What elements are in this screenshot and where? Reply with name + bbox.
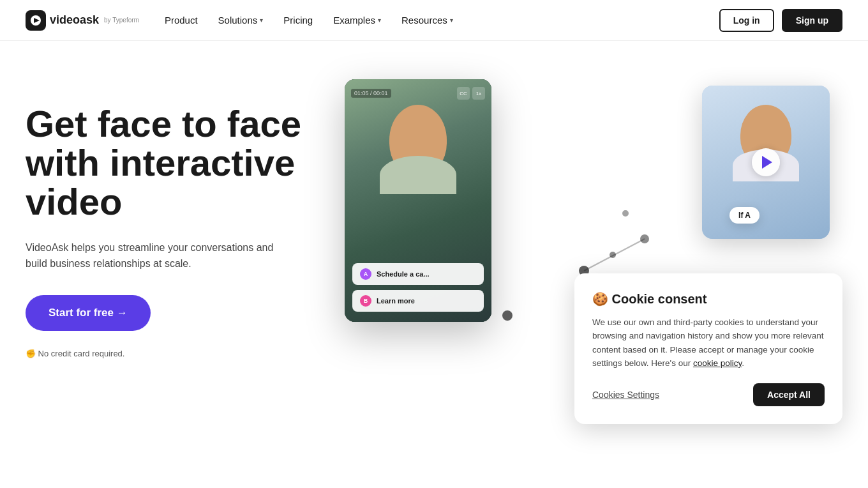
login-button[interactable]: Log in xyxy=(719,9,774,32)
choice-button-b[interactable]: B Learn more xyxy=(352,290,484,312)
nav-link-resources[interactable]: Resources ▾ xyxy=(401,15,453,26)
cookie-policy-link[interactable]: cookie policy xyxy=(693,358,742,368)
nav-link-examples[interactable]: Examples ▾ xyxy=(333,15,381,26)
nav-item-product[interactable]: Product xyxy=(165,15,198,26)
choice-letter-a: A xyxy=(360,268,371,280)
nav-item-pricing[interactable]: Pricing xyxy=(283,15,313,26)
nav-item-examples[interactable]: Examples ▾ xyxy=(333,15,381,26)
svg-point-6 xyxy=(610,252,616,258)
face-silhouette xyxy=(389,105,447,175)
choice-letter-b: B xyxy=(360,295,371,307)
hero-title: Get face to face with interactive video xyxy=(26,105,306,222)
video-card-secondary xyxy=(702,86,830,239)
nav-link-solutions[interactable]: Solutions ▾ xyxy=(218,15,264,26)
video-secondary-inner xyxy=(702,86,830,239)
accept-all-button[interactable]: Accept All xyxy=(753,383,825,406)
choice-buttons: A Schedule a ca... B Learn more xyxy=(345,263,491,312)
logo-by-text: by Typeform xyxy=(104,17,139,24)
signup-button[interactable]: Sign up xyxy=(782,9,842,32)
logo-icon xyxy=(26,10,46,31)
nav-item-resources[interactable]: Resources ▾ xyxy=(401,15,453,26)
cookie-settings-button[interactable]: Cookies Settings xyxy=(592,390,659,400)
cookie-title: 🍪 Cookie consent xyxy=(592,291,825,307)
hero-visual: 01:05 / 00:01 CC 1x A Schedule a ca... B… xyxy=(306,79,842,450)
svg-point-7 xyxy=(640,234,649,243)
svg-point-8 xyxy=(622,210,629,217)
play-button[interactable] xyxy=(752,148,780,176)
nav-links: Product Solutions ▾ Pricing Examples ▾ xyxy=(165,15,453,26)
choice-button-a[interactable]: A Schedule a ca... xyxy=(352,263,484,285)
nav-left: videoask by Typeform Product Solutions ▾… xyxy=(26,10,453,31)
if-a-badge: If A xyxy=(730,207,760,224)
chevron-down-icon: ▾ xyxy=(450,17,453,24)
logo-link[interactable]: videoask by Typeform xyxy=(26,10,139,31)
play-icon xyxy=(762,156,772,169)
nav-link-product[interactable]: Product xyxy=(165,15,198,26)
video-controls: 01:05 / 00:01 CC 1x xyxy=(345,87,491,100)
main-nav: videoask by Typeform Product Solutions ▾… xyxy=(0,0,868,41)
nav-item-solutions[interactable]: Solutions ▾ xyxy=(218,15,264,26)
time-display: 01:05 / 00:01 xyxy=(351,89,391,98)
start-free-button[interactable]: Start for free → xyxy=(26,295,151,331)
svg-line-5 xyxy=(584,239,645,271)
no-credit-text: ✊ No credit card required. xyxy=(26,349,306,358)
svg-point-3 xyxy=(502,310,513,321)
control-buttons: CC 1x xyxy=(457,87,485,100)
speed-button[interactable]: 1x xyxy=(472,87,485,100)
logo-text: videoask xyxy=(50,13,99,27)
hero-section: Get face to face with interactive video … xyxy=(0,41,868,488)
nav-right: Log in Sign up xyxy=(719,9,842,32)
video-main-inner: 01:05 / 00:01 CC 1x A Schedule a ca... B… xyxy=(345,79,491,322)
cc-button[interactable]: CC xyxy=(457,87,470,100)
chevron-down-icon: ▾ xyxy=(378,17,381,24)
chevron-down-icon: ▾ xyxy=(260,17,263,24)
hero-content: Get face to face with interactive video … xyxy=(26,79,306,358)
cookie-consent-panel: 🍪 Cookie consent We use our own and thir… xyxy=(574,273,842,424)
nav-link-pricing[interactable]: Pricing xyxy=(283,15,313,26)
cookie-body: We use our own and third-party cookies t… xyxy=(592,316,825,370)
video-card-main: 01:05 / 00:01 CC 1x A Schedule a ca... B… xyxy=(345,79,491,322)
cookie-actions: Cookies Settings Accept All xyxy=(592,383,825,406)
hero-subtitle: VideoAsk helps you streamline your conve… xyxy=(26,240,281,272)
